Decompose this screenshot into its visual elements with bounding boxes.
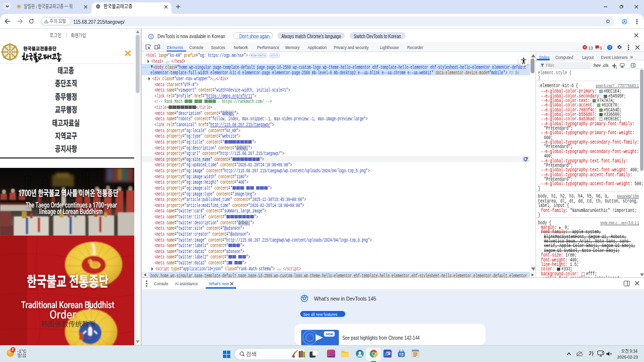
svg-text:M365: M365 — [328, 355, 332, 357]
svg-text:new: new — [326, 332, 333, 336]
